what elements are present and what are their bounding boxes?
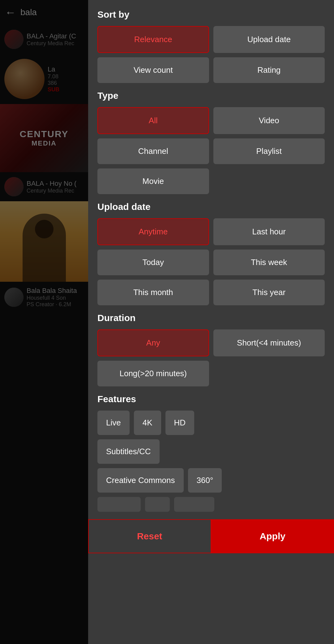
upload-today-button[interactable]: Today: [97, 250, 209, 275]
feature-live-button[interactable]: Live: [97, 411, 130, 435]
upload-this-year-button[interactable]: This year: [213, 280, 325, 305]
type-grid-2: Movie: [97, 168, 325, 194]
type-grid-1: All Video Channel Playlist: [97, 107, 325, 164]
sort-by-title: Sort by: [97, 9, 325, 20]
upload-date-grid-1: Anytime Last hour Today This week This m…: [97, 218, 325, 305]
upload-this-week-button[interactable]: This week: [213, 250, 325, 275]
feature-4k-button[interactable]: 4K: [134, 411, 161, 435]
duration-any-button[interactable]: Any: [97, 329, 209, 356]
feature-extra-2-button[interactable]: [145, 497, 170, 512]
features-section: Features Live 4K HD Subtitles/CC Creativ…: [97, 394, 325, 512]
bottom-action-bar: Reset Apply: [88, 519, 334, 553]
features-row-4: [97, 497, 325, 512]
upload-this-month-button[interactable]: This month: [97, 280, 209, 305]
duration-long-button[interactable]: Long(>20 minutes): [97, 361, 209, 386]
feature-hd-button[interactable]: HD: [165, 411, 195, 435]
type-all-button[interactable]: All: [97, 107, 209, 134]
sort-rating-button[interactable]: Rating: [213, 57, 325, 83]
features-row-1: Live 4K HD: [97, 411, 325, 435]
upload-last-hour-button[interactable]: Last hour: [213, 218, 325, 245]
type-section: Type All Video Channel Playlist Movie: [97, 90, 325, 194]
features-row-2: Subtitles/CC: [97, 439, 325, 464]
apply-button[interactable]: Apply: [211, 519, 334, 553]
feature-360-button[interactable]: 360°: [188, 468, 222, 493]
type-movie-button[interactable]: Movie: [97, 168, 209, 194]
type-channel-button[interactable]: Channel: [97, 138, 209, 164]
feature-creative-commons-button[interactable]: Creative Commons: [97, 468, 184, 493]
sort-by-grid: Relevance Upload date View count Rating: [97, 26, 325, 83]
duration-short-button[interactable]: Short(<4 minutes): [213, 329, 325, 356]
sort-by-section: Sort by Relevance Upload date View count…: [97, 9, 325, 83]
feature-extra-3-button[interactable]: [174, 497, 214, 512]
type-playlist-button[interactable]: Playlist: [213, 138, 325, 164]
reset-button[interactable]: Reset: [88, 519, 211, 553]
duration-title: Duration: [97, 313, 325, 323]
feature-extra-1-button[interactable]: [97, 497, 141, 512]
filter-panel: Sort by Relevance Upload date View count…: [88, 0, 334, 644]
duration-grid-1: Any Short(<4 minutes): [97, 329, 325, 356]
features-row-3: Creative Commons 360°: [97, 468, 325, 493]
sort-upload-date-button[interactable]: Upload date: [213, 26, 325, 53]
sort-relevance-button[interactable]: Relevance: [97, 26, 209, 53]
duration-grid-2: Long(>20 minutes): [97, 361, 325, 386]
feature-subtitles-button[interactable]: Subtitles/CC: [97, 439, 160, 464]
sort-view-count-button[interactable]: View count: [97, 57, 209, 83]
upload-date-title: Upload date: [97, 202, 325, 212]
type-video-button[interactable]: Video: [213, 107, 325, 134]
upload-anytime-button[interactable]: Anytime: [97, 218, 209, 245]
features-title: Features: [97, 394, 325, 404]
type-title: Type: [97, 90, 325, 101]
upload-date-section: Upload date Anytime Last hour Today This…: [97, 202, 325, 305]
dim-overlay: [0, 0, 88, 644]
duration-section: Duration Any Short(<4 minutes) Long(>20 …: [97, 313, 325, 386]
